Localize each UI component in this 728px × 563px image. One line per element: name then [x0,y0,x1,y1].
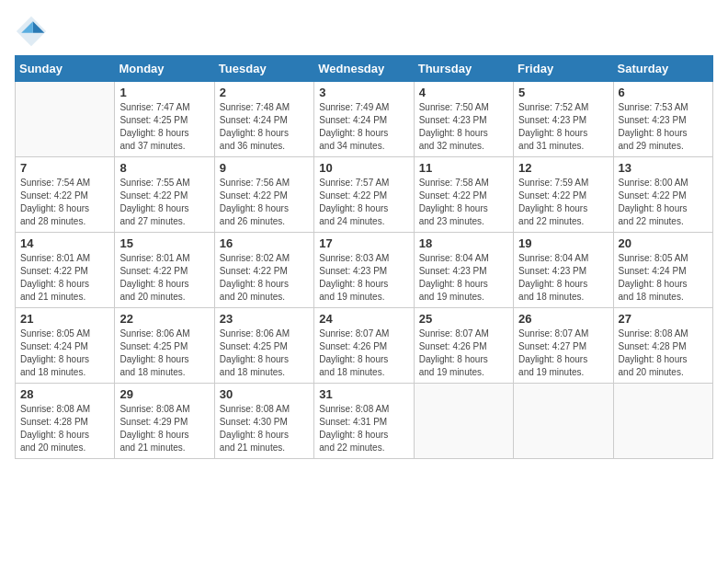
day-number: 11 [419,161,508,175]
cell-info: Sunrise: 8:05 AM Sunset: 4:24 PM Dayligh… [20,327,109,379]
cell-info: Sunrise: 7:56 AM Sunset: 4:22 PM Dayligh… [220,177,309,228]
calendar-cell: 3Sunrise: 7:49 AM Sunset: 4:24 PM Daylig… [314,82,414,157]
calendar-cell: 5Sunrise: 7:52 AM Sunset: 4:23 PM Daylig… [514,82,613,157]
calendar-cell: 24Sunrise: 8:07 AM Sunset: 4:26 PM Dayli… [314,308,414,384]
calendar-cell [16,82,115,157]
cell-info: Sunrise: 8:08 AM Sunset: 4:30 PM Dayligh… [220,403,309,454]
day-number: 8 [119,161,209,175]
cell-info: Sunrise: 8:08 AM Sunset: 4:31 PM Dayligh… [319,403,408,454]
day-number: 28 [20,387,109,401]
cell-info: Sunrise: 8:01 AM Sunset: 4:22 PM Dayligh… [119,252,209,304]
cell-info: Sunrise: 8:04 AM Sunset: 4:23 PM Dayligh… [419,252,508,304]
calendar-cell: 28Sunrise: 8:08 AM Sunset: 4:28 PM Dayli… [16,384,115,459]
calendar-cell: 10Sunrise: 7:57 AM Sunset: 4:22 PM Dayli… [314,157,414,233]
calendar-cell: 19Sunrise: 8:04 AM Sunset: 4:23 PM Dayli… [514,233,613,308]
week-row-1: 7Sunrise: 7:54 AM Sunset: 4:22 PM Daylig… [16,157,713,233]
calendar-cell: 7Sunrise: 7:54 AM Sunset: 4:22 PM Daylig… [16,157,115,233]
day-number: 26 [518,312,608,326]
day-number: 13 [619,161,708,175]
calendar-cell: 29Sunrise: 8:08 AM Sunset: 4:29 PM Dayli… [115,384,214,459]
day-number: 27 [619,312,708,326]
day-number: 16 [220,236,309,250]
week-row-3: 21Sunrise: 8:05 AM Sunset: 4:24 PM Dayli… [16,308,713,384]
day-number: 20 [619,236,708,250]
calendar-cell: 20Sunrise: 8:05 AM Sunset: 4:24 PM Dayli… [613,233,712,308]
calendar-cell: 4Sunrise: 7:50 AM Sunset: 4:23 PM Daylig… [414,82,513,157]
cell-info: Sunrise: 8:01 AM Sunset: 4:22 PM Dayligh… [20,252,109,304]
cell-info: Sunrise: 7:48 AM Sunset: 4:24 PM Dayligh… [220,101,309,153]
header-row: SundayMondayTuesdayWednesdayThursdayFrid… [16,56,713,82]
calendar-cell: 11Sunrise: 7:58 AM Sunset: 4:22 PM Dayli… [414,157,513,233]
day-number: 23 [220,312,309,326]
logo-icon [15,15,48,48]
cell-info: Sunrise: 8:05 AM Sunset: 4:24 PM Dayligh… [619,252,708,304]
calendar-cell [613,384,712,459]
header-cell-wednesday: Wednesday [314,56,414,82]
day-number: 10 [319,161,408,175]
calendar-cell: 14Sunrise: 8:01 AM Sunset: 4:22 PM Dayli… [16,233,115,308]
day-number: 3 [319,86,408,99]
day-number: 31 [319,387,408,401]
day-number: 9 [220,161,309,175]
calendar-cell: 22Sunrise: 8:06 AM Sunset: 4:25 PM Dayli… [115,308,214,384]
week-row-2: 14Sunrise: 8:01 AM Sunset: 4:22 PM Dayli… [16,233,713,308]
cell-info: Sunrise: 8:08 AM Sunset: 4:28 PM Dayligh… [20,403,109,454]
cell-info: Sunrise: 7:52 AM Sunset: 4:23 PM Dayligh… [518,101,608,153]
calendar-header: SundayMondayTuesdayWednesdayThursdayFrid… [16,56,713,82]
calendar-cell: 18Sunrise: 8:04 AM Sunset: 4:23 PM Dayli… [414,233,513,308]
day-number: 6 [619,86,708,99]
day-number: 29 [119,387,209,401]
cell-info: Sunrise: 8:03 AM Sunset: 4:23 PM Dayligh… [319,252,408,304]
header-cell-saturday: Saturday [613,56,712,82]
day-number: 2 [220,86,309,99]
calendar-cell: 27Sunrise: 8:08 AM Sunset: 4:28 PM Dayli… [613,308,712,384]
cell-info: Sunrise: 8:07 AM Sunset: 4:26 PM Dayligh… [419,327,508,379]
calendar-cell: 8Sunrise: 7:55 AM Sunset: 4:22 PM Daylig… [115,157,214,233]
calendar-cell: 15Sunrise: 8:01 AM Sunset: 4:22 PM Dayli… [115,233,214,308]
calendar-cell: 16Sunrise: 8:02 AM Sunset: 4:22 PM Dayli… [214,233,313,308]
day-number: 4 [419,86,508,99]
cell-info: Sunrise: 7:47 AM Sunset: 4:25 PM Dayligh… [119,101,209,153]
day-number: 30 [220,387,309,401]
cell-info: Sunrise: 8:02 AM Sunset: 4:22 PM Dayligh… [220,252,309,304]
calendar-body: 1Sunrise: 7:47 AM Sunset: 4:25 PM Daylig… [16,82,713,459]
day-number: 5 [518,86,608,99]
cell-info: Sunrise: 8:07 AM Sunset: 4:27 PM Dayligh… [518,327,608,379]
week-row-4: 28Sunrise: 8:08 AM Sunset: 4:28 PM Dayli… [16,384,713,459]
calendar-cell: 23Sunrise: 8:06 AM Sunset: 4:25 PM Dayli… [214,308,313,384]
calendar-cell: 25Sunrise: 8:07 AM Sunset: 4:26 PM Dayli… [414,308,513,384]
cell-info: Sunrise: 8:08 AM Sunset: 4:29 PM Dayligh… [119,403,209,454]
cell-info: Sunrise: 7:55 AM Sunset: 4:22 PM Dayligh… [119,177,209,228]
day-number: 17 [319,236,408,250]
calendar-table: SundayMondayTuesdayWednesdayThursdayFrid… [15,55,713,459]
header-cell-friday: Friday [514,56,613,82]
calendar-cell: 2Sunrise: 7:48 AM Sunset: 4:24 PM Daylig… [214,82,313,157]
day-number: 15 [119,236,209,250]
cell-info: Sunrise: 7:57 AM Sunset: 4:22 PM Dayligh… [319,177,408,228]
cell-info: Sunrise: 7:53 AM Sunset: 4:23 PM Dayligh… [619,101,708,153]
cell-info: Sunrise: 8:00 AM Sunset: 4:22 PM Dayligh… [619,177,708,228]
cell-info: Sunrise: 7:50 AM Sunset: 4:23 PM Dayligh… [419,101,508,153]
header-cell-sunday: Sunday [16,56,115,82]
cell-info: Sunrise: 8:07 AM Sunset: 4:26 PM Dayligh… [319,327,408,379]
day-number: 14 [20,236,109,250]
calendar-cell: 26Sunrise: 8:07 AM Sunset: 4:27 PM Dayli… [514,308,613,384]
header-cell-tuesday: Tuesday [214,56,313,82]
cell-info: Sunrise: 7:59 AM Sunset: 4:22 PM Dayligh… [518,177,608,228]
cell-info: Sunrise: 8:06 AM Sunset: 4:25 PM Dayligh… [119,327,209,379]
calendar-cell: 17Sunrise: 8:03 AM Sunset: 4:23 PM Dayli… [314,233,414,308]
calendar-cell: 21Sunrise: 8:05 AM Sunset: 4:24 PM Dayli… [16,308,115,384]
day-number: 22 [119,312,209,326]
day-number: 24 [319,312,408,326]
day-number: 18 [419,236,508,250]
calendar-cell [414,384,513,459]
header-cell-monday: Monday [115,56,214,82]
day-number: 12 [518,161,608,175]
week-row-0: 1Sunrise: 7:47 AM Sunset: 4:25 PM Daylig… [16,82,713,157]
cell-info: Sunrise: 7:49 AM Sunset: 4:24 PM Dayligh… [319,101,408,153]
day-number: 7 [20,161,109,175]
calendar-cell [514,384,613,459]
day-number: 21 [20,312,109,326]
calendar-cell: 30Sunrise: 8:08 AM Sunset: 4:30 PM Dayli… [214,384,313,459]
cell-info: Sunrise: 8:08 AM Sunset: 4:28 PM Dayligh… [619,327,708,379]
